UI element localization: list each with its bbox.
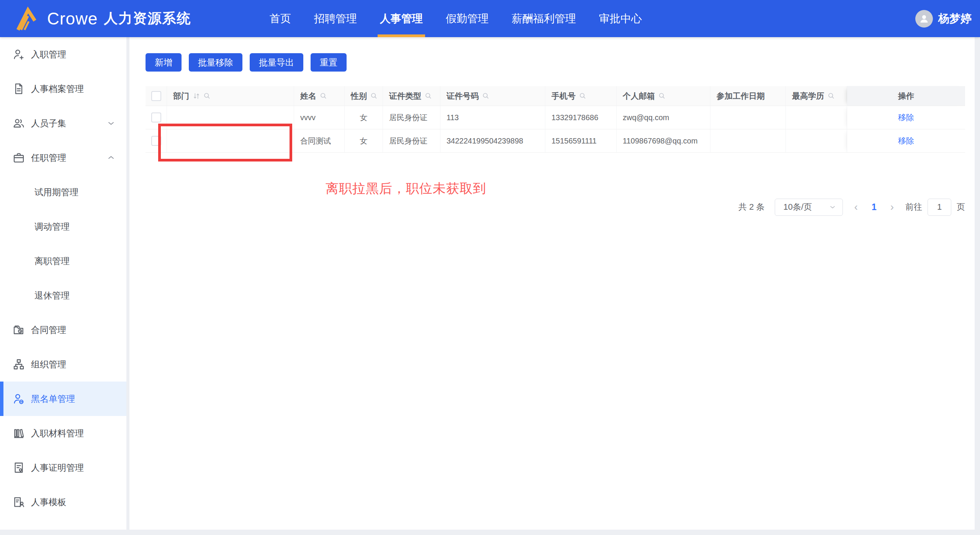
sidebar-item-organization[interactable]: 组织管理 bbox=[0, 347, 126, 382]
certificate-icon bbox=[13, 462, 25, 474]
user-name: 杨梦婷 bbox=[938, 11, 972, 26]
search-icon[interactable] bbox=[370, 92, 378, 100]
org-chart-icon bbox=[13, 358, 25, 370]
col-header-email[interactable]: 个人邮箱 bbox=[617, 86, 710, 106]
next-page-icon[interactable]: › bbox=[889, 201, 895, 213]
nav-tab-personnel[interactable]: 人事管理 bbox=[378, 0, 424, 37]
remove-link[interactable]: 移除 bbox=[898, 112, 914, 123]
nav-tab-approval[interactable]: 审批中心 bbox=[597, 0, 643, 37]
chevron-down-icon bbox=[106, 119, 116, 128]
toolbar: 新增 批量移除 批量导出 重置 bbox=[146, 53, 347, 72]
sidebar-item-blacklist[interactable]: 黑名单管理 bbox=[0, 382, 126, 416]
cell-email: 1109867698@qq.com bbox=[617, 129, 710, 153]
cell-phone: 13329178686 bbox=[545, 106, 617, 129]
sidebar-item-label: 人员子集 bbox=[31, 117, 66, 129]
col-header-education[interactable]: 最高学历 bbox=[786, 86, 847, 106]
cell-gender: 女 bbox=[345, 129, 383, 153]
annotation-note: 离职拉黑后，职位未获取到 bbox=[326, 180, 486, 197]
sidebar-item-retirement[interactable]: 退休管理 bbox=[0, 278, 126, 313]
sidebar-item-personnel-archive[interactable]: 人事档案管理 bbox=[0, 72, 126, 106]
contract-icon bbox=[13, 324, 25, 336]
sidebar-item-employment[interactable]: 任职管理 bbox=[0, 140, 126, 175]
top-navigation: 首页 招聘管理 人事管理 假勤管理 薪酬福利管理 审批中心 bbox=[268, 0, 643, 37]
template-icon bbox=[13, 496, 25, 508]
col-header-gender[interactable]: 性别 bbox=[345, 86, 383, 106]
search-icon[interactable] bbox=[827, 92, 835, 100]
page-size-select[interactable]: 10条/页 bbox=[775, 199, 843, 216]
sidebar-item-personnel-certificate[interactable]: 人事证明管理 bbox=[0, 450, 126, 485]
col-header-id-type[interactable]: 证件类型 bbox=[383, 86, 440, 106]
goto-page-input[interactable] bbox=[928, 199, 951, 216]
crowe-logo-icon bbox=[13, 5, 41, 33]
col-header-department[interactable]: 部门 bbox=[167, 86, 294, 106]
cell-id-type: 居民身份证 bbox=[383, 106, 440, 129]
sidebar-item-label: 入职材料管理 bbox=[31, 427, 84, 439]
col-header-name[interactable]: 姓名 bbox=[294, 86, 345, 106]
page-unit-label: 页 bbox=[957, 201, 965, 213]
bottom-strip bbox=[0, 530, 980, 535]
user-avatar bbox=[915, 10, 933, 28]
cell-education bbox=[786, 106, 847, 129]
sidebar-item-resignation[interactable]: 离职管理 bbox=[0, 244, 126, 278]
search-icon[interactable] bbox=[203, 92, 211, 100]
col-header-id-number[interactable]: 证件号码 bbox=[440, 86, 545, 106]
sidebar-item-transfer[interactable]: 调动管理 bbox=[0, 209, 126, 244]
nav-tab-attendance[interactable]: 假勤管理 bbox=[444, 0, 490, 37]
current-page[interactable]: 1 bbox=[869, 202, 879, 212]
nav-tab-compensation[interactable]: 薪酬福利管理 bbox=[510, 0, 578, 37]
cell-department bbox=[167, 106, 294, 129]
add-button[interactable]: 新增 bbox=[146, 53, 182, 72]
header-user[interactable]: 杨梦婷 bbox=[915, 0, 972, 37]
table-row: 合同测试 女 居民身份证 342224199504239898 15156591… bbox=[146, 129, 965, 153]
sidebar-item-contract[interactable]: 合同管理 bbox=[0, 313, 126, 347]
books-icon bbox=[13, 427, 25, 439]
sidebar-item-person-subset[interactable]: 人员子集 bbox=[0, 106, 126, 140]
cell-department bbox=[167, 129, 294, 153]
sidebar: 入职管理 人事档案管理 人员子集 任职管理 bbox=[0, 37, 126, 530]
reset-button[interactable]: 重置 bbox=[311, 53, 347, 72]
sidebar-item-label: 调动管理 bbox=[34, 221, 70, 233]
chevron-up-icon bbox=[106, 153, 116, 162]
sidebar-item-personnel-template[interactable]: 人事模板 bbox=[0, 485, 126, 519]
col-header-phone[interactable]: 手机号 bbox=[545, 86, 617, 106]
sidebar-item-label: 合同管理 bbox=[31, 324, 66, 336]
cell-work-date bbox=[710, 106, 786, 129]
cell-actions: 移除 bbox=[847, 106, 965, 129]
select-all-checkbox[interactable] bbox=[151, 91, 161, 101]
sidebar-item-label: 人事档案管理 bbox=[31, 83, 84, 95]
search-icon[interactable] bbox=[658, 92, 666, 100]
nav-tab-recruitment[interactable]: 招聘管理 bbox=[312, 0, 358, 37]
sidebar-item-label: 试用期管理 bbox=[34, 186, 79, 198]
remove-link[interactable]: 移除 bbox=[898, 135, 914, 146]
row-checkbox[interactable] bbox=[151, 136, 161, 146]
batch-remove-button[interactable]: 批量移除 bbox=[189, 53, 242, 72]
nav-tab-home[interactable]: 首页 bbox=[268, 0, 293, 37]
sidebar-item-probation[interactable]: 试用期管理 bbox=[0, 175, 126, 209]
search-icon[interactable] bbox=[579, 92, 587, 100]
sidebar-item-label: 离职管理 bbox=[34, 255, 70, 267]
search-icon[interactable] bbox=[319, 92, 327, 100]
sidebar-item-onboarding[interactable]: 入职管理 bbox=[0, 37, 126, 72]
search-icon[interactable] bbox=[424, 92, 432, 100]
brand-system-title: 人力资源系统 bbox=[104, 9, 191, 28]
batch-export-button[interactable]: 批量导出 bbox=[250, 53, 303, 72]
search-icon[interactable] bbox=[482, 92, 490, 100]
cell-work-date bbox=[710, 129, 786, 153]
document-icon bbox=[13, 83, 25, 95]
prev-page-icon[interactable]: ‹ bbox=[853, 201, 859, 213]
sidebar-item-onboarding-materials[interactable]: 入职材料管理 bbox=[0, 416, 126, 450]
cell-education bbox=[786, 129, 847, 153]
sort-icon[interactable] bbox=[192, 92, 201, 100]
sidebar-item-label: 人事模板 bbox=[31, 496, 66, 508]
goto-label: 前往 bbox=[905, 201, 922, 213]
col-header-actions: 操作 bbox=[847, 86, 965, 106]
app-header: Crowe 人力资源系统 首页 招聘管理 人事管理 假勤管理 薪酬福利管理 审批… bbox=[0, 0, 980, 37]
table-row: vvvv 女 居民身份证 113 13329178686 zwq@qq.com … bbox=[146, 106, 965, 129]
cell-actions: 移除 bbox=[847, 129, 965, 153]
cell-id-number: 342224199504239898 bbox=[440, 129, 545, 153]
row-checkbox[interactable] bbox=[151, 113, 161, 122]
col-header-work-date[interactable]: 参加工作日期 bbox=[710, 86, 786, 106]
sidebar-item-label: 入职管理 bbox=[31, 49, 66, 60]
sidebar-item-label: 人事证明管理 bbox=[31, 462, 84, 474]
person-blocked-icon bbox=[13, 393, 25, 405]
